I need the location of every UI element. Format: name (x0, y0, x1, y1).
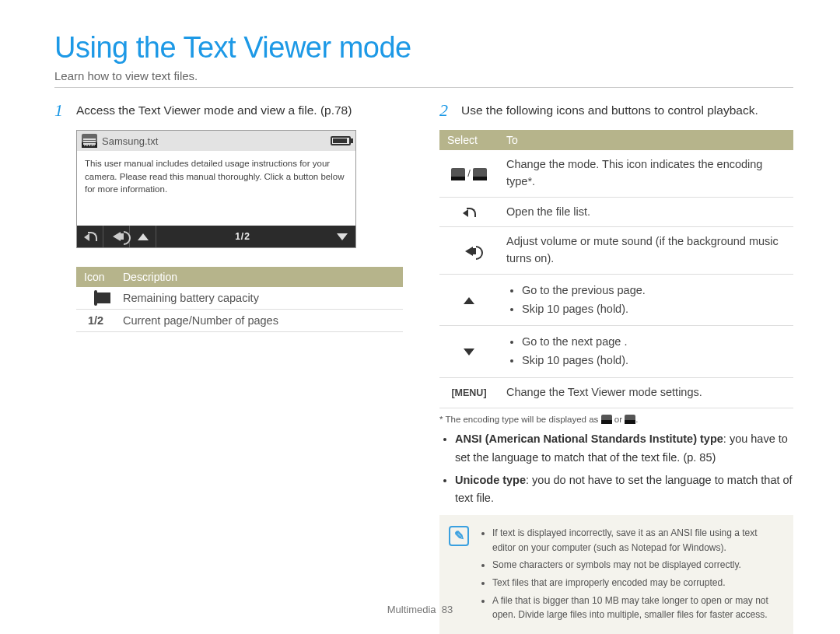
table-row: Remaining battery capacity (76, 287, 403, 310)
text-viewer-screenshot: ANSI Samsung.txt This user manual includ… (76, 130, 356, 248)
sel-to-encoding: Change the mode. This icon indicates the… (499, 150, 793, 197)
back-icon (463, 207, 475, 218)
device-volume-button[interactable] (103, 226, 130, 247)
table-row: 1/2 Current page/Number of pages (76, 310, 403, 332)
table-row: Open the file list. (439, 197, 793, 227)
step-1-text: Access the Text Viewer mode and view a f… (76, 102, 352, 119)
select-to-table: Select To / Change the mode. This icon i… (439, 130, 793, 408)
page-title: Using the Text Viewer mode (54, 31, 793, 65)
desc-pager: Current page/Number of pages (115, 310, 403, 332)
desc-head-icon: Icon (76, 267, 115, 287)
page-subtitle: Learn how to view text files. (54, 69, 793, 82)
table-row: [MENU] Change the Text Viewer mode setti… (439, 377, 793, 408)
table-row: Adjust volume or mute sound (if the back… (439, 227, 793, 275)
slash: / (467, 167, 473, 179)
table-row: Go to the next page . Skip 10 pages (hol… (439, 326, 793, 378)
info-note-box: ✎ If text is displayed incorrectly, save… (439, 515, 793, 634)
uni-encoding-icon (473, 168, 487, 180)
sel-up-b2: Skip 10 pages (hold). (522, 301, 786, 318)
step-2-number: 2 (439, 102, 453, 119)
sel-dn-b2: Skip 10 pages (hold). (522, 352, 786, 370)
encoding-explanation-list: ANSI (American National Standards Instit… (439, 430, 793, 507)
sel-to-speaker: Adjust volume or mute sound (if the back… (499, 227, 793, 275)
chevron-up-icon (464, 297, 474, 304)
device-filename: Samsung.txt (102, 135, 158, 147)
device-body-text: This user manual includes detailed usage… (77, 151, 355, 226)
device-up-button[interactable] (130, 226, 156, 247)
chevron-down-icon (464, 349, 474, 356)
ansi-encoding-icon (601, 415, 612, 424)
menu-label: [MENU] (451, 387, 486, 398)
sel-head-to: To (499, 130, 793, 150)
page-footer: Multimedia 83 (0, 604, 840, 615)
sel-dn-b1: Go to the next page . (522, 334, 786, 351)
ansi-doc-icon: ANSI (82, 134, 97, 148)
device-pager: 1/2 (156, 226, 329, 247)
list-item: ANSI (American National Standards Instit… (455, 430, 793, 466)
step-2-text: Use the following icons and buttons to c… (461, 102, 758, 119)
speaker-icon (465, 247, 473, 256)
table-row: / Change the mode. This icon indicates t… (439, 150, 793, 197)
sel-up-b1: Go to the previous page. (522, 282, 786, 299)
desc-battery: Remaining battery capacity (115, 287, 403, 310)
battery-icon (331, 136, 351, 145)
info-note-2: Some characters or symbols may not be di… (492, 558, 781, 573)
divider (54, 87, 793, 88)
device-down-button[interactable] (329, 226, 355, 247)
step-1-number: 1 (54, 102, 68, 119)
info-icon: ✎ (449, 526, 469, 546)
battery-icon (94, 290, 97, 306)
table-row: Go to the previous page. Skip 10 pages (… (439, 274, 793, 326)
icon-description-table: Icon Description Remaining battery capac… (76, 267, 403, 332)
sel-to-menu: Change the Text Viewer mode settings. (499, 377, 793, 408)
sel-to-back: Open the file list. (499, 197, 793, 227)
info-note-3: Text files that are improperly encoded m… (492, 576, 781, 590)
desc-head-desc: Description (115, 267, 403, 287)
sel-head-select: Select (439, 130, 499, 150)
uni-encoding-icon (625, 415, 635, 424)
ansi-encoding-icon (451, 168, 465, 180)
list-item: Unicode type: you do not have to set the… (455, 471, 793, 507)
info-note-1: If text is displayed incorrectly, save i… (492, 526, 781, 555)
pager-label: 1/2 (76, 310, 115, 332)
device-back-button[interactable] (77, 226, 103, 247)
encoding-footnote: * The encoding type will be displayed as… (439, 415, 793, 425)
